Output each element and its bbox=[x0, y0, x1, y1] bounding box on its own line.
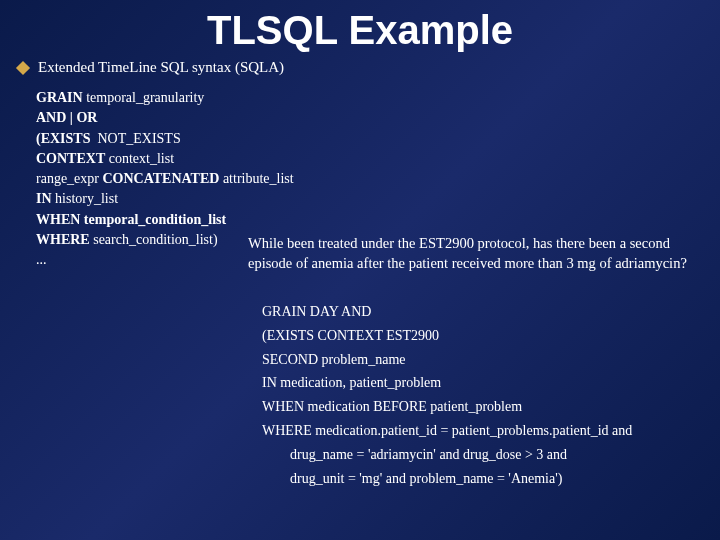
example-line: drug_name = 'adriamycin' and drug_dose >… bbox=[262, 443, 712, 467]
syntax-text: temporal_granularity bbox=[83, 90, 205, 105]
example-line: SECOND problem_name bbox=[262, 348, 712, 372]
syntax-line: AND | OR bbox=[36, 108, 720, 128]
syntax-line: (EXISTS NOT_EXISTS bbox=[36, 129, 720, 149]
syntax-text: ... bbox=[36, 252, 47, 267]
bullet-icon bbox=[16, 60, 30, 74]
question-text: While been treated under the EST2900 pro… bbox=[248, 234, 708, 273]
syntax-line: IN history_list bbox=[36, 189, 720, 209]
example-line: drug_unit = 'mg' and problem_name = 'Ane… bbox=[262, 467, 712, 491]
keyword: CONCATENATED bbox=[102, 171, 219, 186]
keyword: GRAIN bbox=[36, 90, 83, 105]
example-line: IN medication, patient_problem bbox=[262, 371, 712, 395]
keyword: (EXISTS bbox=[36, 131, 90, 146]
syntax-text: history_list bbox=[52, 191, 119, 206]
syntax-text: NOT_EXISTS bbox=[90, 131, 180, 146]
example-block: GRAIN DAY AND (EXISTS CONTEXT EST2900 SE… bbox=[262, 300, 712, 490]
keyword: AND | OR bbox=[36, 110, 97, 125]
syntax-line: range_expr CONCATENATED attribute_list bbox=[36, 169, 720, 189]
syntax-text: range_expr bbox=[36, 171, 102, 186]
syntax-line: WHEN temporal_condition_list bbox=[36, 210, 720, 230]
syntax-line: CONTEXT context_list bbox=[36, 149, 720, 169]
example-text: drug_unit = 'mg' and problem_name = 'Ane… bbox=[262, 467, 562, 491]
subtitle-text: Extended TimeLine SQL syntax (SQLA) bbox=[38, 59, 284, 76]
example-line: WHERE medication.patient_id = patient_pr… bbox=[262, 419, 712, 443]
example-line: WHEN medication BEFORE patient_problem bbox=[262, 395, 712, 419]
keyword: IN bbox=[36, 191, 52, 206]
example-line: GRAIN DAY AND bbox=[262, 300, 712, 324]
keyword: WHEN temporal_condition_list bbox=[36, 212, 226, 227]
example-text: drug_name = 'adriamycin' and drug_dose >… bbox=[262, 443, 567, 467]
syntax-line: GRAIN temporal_granularity bbox=[36, 88, 720, 108]
syntax-text: attribute_list bbox=[219, 171, 293, 186]
syntax-text: search_condition_list) bbox=[90, 232, 218, 247]
syntax-text: context_list bbox=[105, 151, 174, 166]
keyword: WHERE bbox=[36, 232, 90, 247]
keyword: CONTEXT bbox=[36, 151, 105, 166]
subtitle-row: Extended TimeLine SQL syntax (SQLA) bbox=[18, 59, 720, 76]
slide-title: TLSQL Example bbox=[0, 0, 720, 53]
example-line: (EXISTS CONTEXT EST2900 bbox=[262, 324, 712, 348]
